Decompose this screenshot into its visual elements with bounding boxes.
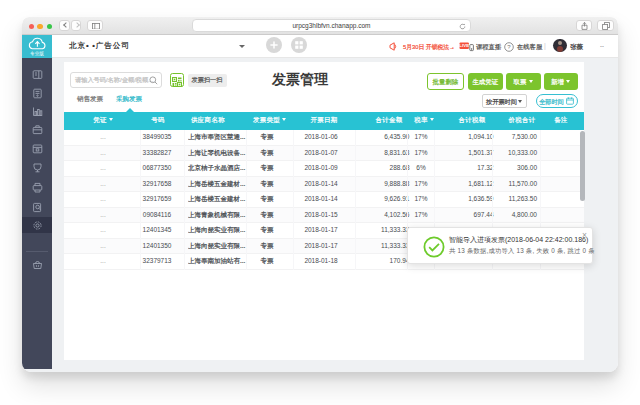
svg-text:LIVE: LIVE bbox=[459, 43, 469, 48]
svg-text:?: ? bbox=[507, 44, 511, 50]
